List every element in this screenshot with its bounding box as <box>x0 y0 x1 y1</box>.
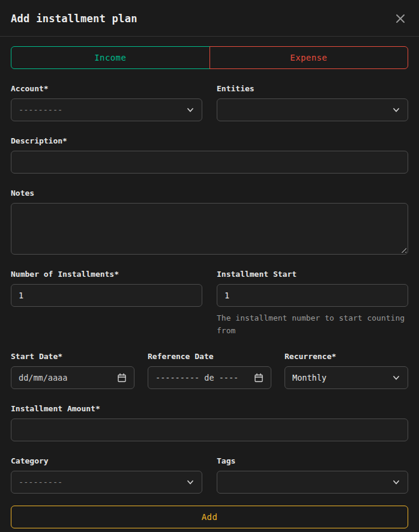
notes-textarea[interactable] <box>11 203 408 255</box>
installment-start-label: Installment Start <box>217 269 408 279</box>
reference-date-label: Reference Date <box>148 351 271 361</box>
amount-label: Installment Amount* <box>11 404 408 414</box>
entities-select[interactable] <box>217 98 408 121</box>
start-date-value: dd/mm/aaaa <box>19 373 67 382</box>
installment-start-help: The installment number to start counting… <box>217 312 408 337</box>
close-icon <box>394 18 407 27</box>
installments-input[interactable] <box>11 284 202 307</box>
installment-start-input[interactable] <box>217 284 408 307</box>
chevron-down-icon <box>186 478 194 486</box>
installments-label: Number of Installments* <box>11 269 202 279</box>
chevron-down-icon <box>392 373 400 382</box>
modal-header: Add installment plan <box>0 0 419 37</box>
close-button[interactable] <box>388 11 408 26</box>
expense-button[interactable]: Expense <box>210 46 409 69</box>
reference-date-value: --------- de ---- <box>155 373 238 382</box>
modal-body: Income Expense Account* --------- Entiti… <box>0 37 419 532</box>
category-select-value: --------- <box>19 477 62 487</box>
add-button[interactable]: Add <box>11 506 408 528</box>
account-select-value: --------- <box>19 105 62 115</box>
chevron-down-icon <box>392 478 400 486</box>
category-select[interactable]: --------- <box>11 471 202 494</box>
description-input[interactable] <box>11 151 408 174</box>
description-label: Description* <box>11 136 408 146</box>
account-label: Account* <box>11 83 202 94</box>
calendar-icon <box>254 373 264 382</box>
add-installment-plan-modal: Add installment plan Income Expense Acco… <box>0 0 419 532</box>
amount-input[interactable] <box>11 419 408 441</box>
modal-title: Add installment plan <box>11 13 137 25</box>
tags-select[interactable] <box>217 471 408 494</box>
reference-date-input[interactable]: --------- de ---- <box>148 366 271 389</box>
recurrence-select-value: Monthly <box>292 373 327 382</box>
income-button[interactable]: Income <box>11 46 210 69</box>
recurrence-label: Recurrence* <box>285 351 408 361</box>
chevron-down-icon <box>186 106 194 114</box>
start-date-input[interactable]: dd/mm/aaaa <box>11 366 134 389</box>
start-date-label: Start Date* <box>11 351 134 361</box>
notes-label: Notes <box>11 188 408 198</box>
calendar-icon <box>117 373 127 382</box>
recurrence-select[interactable]: Monthly <box>285 366 408 389</box>
chevron-down-icon <box>392 106 400 114</box>
account-select[interactable]: --------- <box>11 98 202 121</box>
entities-label: Entities <box>217 83 408 94</box>
notes-field <box>11 203 408 255</box>
tags-label: Tags <box>217 456 408 466</box>
category-label: Category <box>11 456 202 466</box>
transaction-type-toggle: Income Expense <box>11 46 408 69</box>
